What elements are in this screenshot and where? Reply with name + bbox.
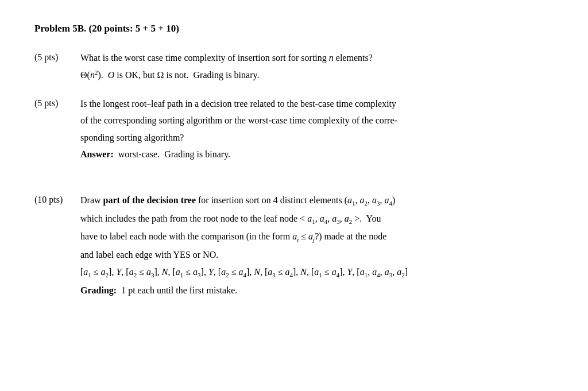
pts-label-3: (10 pts)	[34, 193, 80, 300]
question-content-1: What is the worst case time complexity o…	[80, 51, 554, 85]
question-3: (10 pts) Draw part of the decision tree …	[34, 193, 554, 300]
question-2: (5 pts) Is the longest root–leaf path in…	[34, 96, 554, 164]
question-1: (5 pts) What is the worst case time comp…	[34, 51, 554, 85]
pts-label-2: (5 pts)	[34, 96, 80, 164]
pts-label-1: (5 pts)	[34, 51, 80, 85]
question-content-2: Is the longest root–leaf path in a decis…	[80, 96, 554, 164]
question-content-3: Draw part of the decision tree for inser…	[80, 193, 554, 300]
problem-title: Problem 5B. (20 points: 5 + 5 + 10)	[34, 23, 554, 34]
spacer	[34, 176, 554, 193]
